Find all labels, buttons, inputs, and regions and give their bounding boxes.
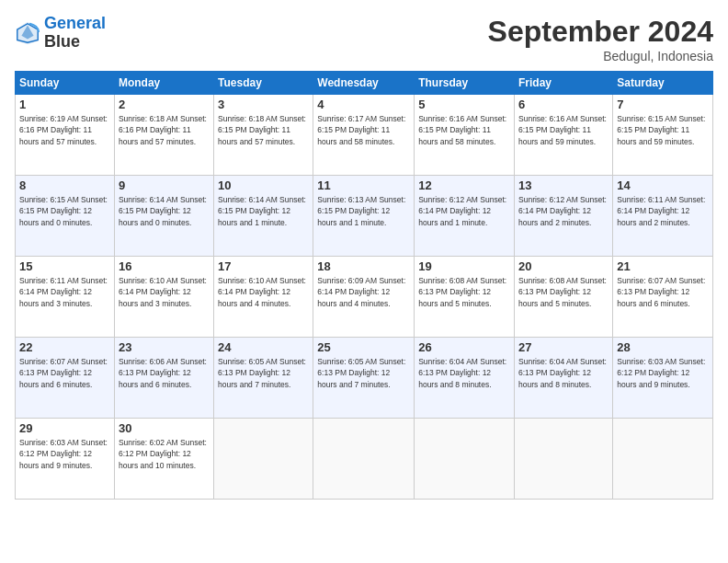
day-info: Sunrise: 6:02 AM Sunset: 6:12 PM Dayligh…: [119, 437, 210, 471]
calendar-week-3: 15Sunrise: 6:11 AM Sunset: 6:14 PM Dayli…: [16, 257, 713, 338]
day-number: 9: [119, 178, 210, 192]
calendar-cell: [515, 419, 613, 500]
logo-line1: General: [44, 14, 106, 32]
calendar-cell: 26Sunrise: 6:04 AM Sunset: 6:13 PM Dayli…: [415, 338, 515, 419]
day-info: Sunrise: 6:09 AM Sunset: 6:14 PM Dayligh…: [317, 275, 410, 309]
day-number: 13: [518, 178, 609, 192]
col-saturday: Saturday: [613, 72, 713, 95]
day-number: 2: [119, 98, 210, 111]
calendar-cell: 7Sunrise: 6:15 AM Sunset: 6:15 PM Daylig…: [613, 95, 713, 176]
day-info: Sunrise: 6:14 AM Sunset: 6:15 PM Dayligh…: [218, 194, 309, 228]
calendar-cell: 29Sunrise: 6:03 AM Sunset: 6:12 PM Dayli…: [16, 419, 115, 500]
day-number: 22: [19, 340, 110, 354]
calendar-cell: 18Sunrise: 6:09 AM Sunset: 6:14 PM Dayli…: [313, 257, 415, 338]
day-number: 28: [617, 340, 709, 354]
calendar-cell: 8Sunrise: 6:15 AM Sunset: 6:15 PM Daylig…: [16, 176, 115, 257]
calendar-cell: 27Sunrise: 6:04 AM Sunset: 6:13 PM Dayli…: [515, 338, 613, 419]
day-number: 17: [218, 259, 309, 273]
subtitle: Bedugul, Indonesia: [488, 49, 713, 63]
logo-text: General Blue: [44, 15, 106, 52]
day-number: 21: [617, 259, 709, 273]
day-info: Sunrise: 6:10 AM Sunset: 6:14 PM Dayligh…: [119, 275, 210, 309]
calendar-cell: 24Sunrise: 6:05 AM Sunset: 6:13 PM Dayli…: [214, 338, 313, 419]
day-number: 11: [317, 178, 410, 192]
day-info: Sunrise: 6:08 AM Sunset: 6:13 PM Dayligh…: [418, 275, 510, 309]
logo: General Blue: [15, 15, 106, 52]
calendar-cell: [415, 419, 515, 500]
day-info: Sunrise: 6:10 AM Sunset: 6:14 PM Dayligh…: [218, 275, 309, 309]
header: General Blue September 2024 Bedugul, Ind…: [15, 15, 713, 63]
day-info: Sunrise: 6:15 AM Sunset: 6:15 PM Dayligh…: [617, 113, 709, 147]
day-number: 18: [317, 259, 410, 273]
calendar-cell: 3Sunrise: 6:18 AM Sunset: 6:15 PM Daylig…: [214, 95, 313, 176]
day-number: 7: [617, 98, 709, 111]
day-number: 8: [19, 178, 110, 192]
day-number: 29: [19, 421, 110, 435]
month-title: September 2024: [488, 15, 713, 49]
day-number: 16: [119, 259, 210, 273]
day-number: 4: [317, 98, 410, 111]
day-number: 19: [418, 259, 510, 273]
calendar-cell: 23Sunrise: 6:06 AM Sunset: 6:13 PM Dayli…: [114, 338, 213, 419]
calendar-cell: 6Sunrise: 6:16 AM Sunset: 6:15 PM Daylig…: [515, 95, 613, 176]
day-info: Sunrise: 6:12 AM Sunset: 6:14 PM Dayligh…: [518, 194, 609, 228]
main-container: General Blue September 2024 Bedugul, Ind…: [0, 0, 728, 563]
calendar-cell: 16Sunrise: 6:10 AM Sunset: 6:14 PM Dayli…: [114, 257, 213, 338]
calendar-cell: 25Sunrise: 6:05 AM Sunset: 6:13 PM Dayli…: [313, 338, 415, 419]
day-info: Sunrise: 6:05 AM Sunset: 6:13 PM Dayligh…: [218, 356, 309, 390]
day-info: Sunrise: 6:06 AM Sunset: 6:13 PM Dayligh…: [119, 356, 210, 390]
day-info: Sunrise: 6:13 AM Sunset: 6:15 PM Dayligh…: [317, 194, 410, 228]
calendar-table: Sunday Monday Tuesday Wednesday Thursday…: [15, 71, 713, 500]
col-monday: Monday: [114, 72, 213, 95]
calendar-cell: 14Sunrise: 6:11 AM Sunset: 6:14 PM Dayli…: [613, 176, 713, 257]
day-info: Sunrise: 6:12 AM Sunset: 6:14 PM Dayligh…: [418, 194, 510, 228]
day-number: 30: [119, 421, 210, 435]
calendar-cell: 5Sunrise: 6:16 AM Sunset: 6:15 PM Daylig…: [415, 95, 515, 176]
header-row: Sunday Monday Tuesday Wednesday Thursday…: [16, 72, 713, 95]
col-tuesday: Tuesday: [214, 72, 313, 95]
calendar-cell: 21Sunrise: 6:07 AM Sunset: 6:13 PM Dayli…: [613, 257, 713, 338]
day-number: 27: [518, 340, 609, 354]
day-number: 10: [218, 178, 309, 192]
day-info: Sunrise: 6:03 AM Sunset: 6:12 PM Dayligh…: [19, 437, 110, 471]
day-info: Sunrise: 6:03 AM Sunset: 6:12 PM Dayligh…: [617, 356, 709, 390]
calendar-cell: 30Sunrise: 6:02 AM Sunset: 6:12 PM Dayli…: [114, 419, 213, 500]
calendar-cell: 12Sunrise: 6:12 AM Sunset: 6:14 PM Dayli…: [415, 176, 515, 257]
day-info: Sunrise: 6:04 AM Sunset: 6:13 PM Dayligh…: [418, 356, 510, 390]
day-info: Sunrise: 6:15 AM Sunset: 6:15 PM Dayligh…: [19, 194, 110, 228]
day-number: 26: [418, 340, 510, 354]
calendar-cell: 4Sunrise: 6:17 AM Sunset: 6:15 PM Daylig…: [313, 95, 415, 176]
day-number: 6: [518, 98, 609, 111]
day-number: 3: [218, 98, 309, 111]
day-info: Sunrise: 6:04 AM Sunset: 6:13 PM Dayligh…: [518, 356, 609, 390]
calendar-week-5: 29Sunrise: 6:03 AM Sunset: 6:12 PM Dayli…: [16, 419, 713, 500]
day-number: 24: [218, 340, 309, 354]
calendar-week-4: 22Sunrise: 6:07 AM Sunset: 6:13 PM Dayli…: [16, 338, 713, 419]
col-thursday: Thursday: [415, 72, 515, 95]
day-info: Sunrise: 6:11 AM Sunset: 6:14 PM Dayligh…: [19, 275, 110, 309]
day-info: Sunrise: 6:16 AM Sunset: 6:15 PM Dayligh…: [518, 113, 609, 147]
col-friday: Friday: [515, 72, 613, 95]
day-info: Sunrise: 6:05 AM Sunset: 6:13 PM Dayligh…: [317, 356, 410, 390]
calendar-cell: 1Sunrise: 6:19 AM Sunset: 6:16 PM Daylig…: [16, 95, 115, 176]
calendar-cell: 9Sunrise: 6:14 AM Sunset: 6:15 PM Daylig…: [114, 176, 213, 257]
day-number: 15: [19, 259, 110, 273]
title-area: September 2024 Bedugul, Indonesia: [488, 15, 713, 63]
day-info: Sunrise: 6:18 AM Sunset: 6:15 PM Dayligh…: [218, 113, 309, 147]
day-number: 12: [418, 178, 510, 192]
day-info: Sunrise: 6:11 AM Sunset: 6:14 PM Dayligh…: [617, 194, 709, 228]
calendar-cell: 19Sunrise: 6:08 AM Sunset: 6:13 PM Dayli…: [415, 257, 515, 338]
logo-icon: [15, 20, 40, 46]
logo-line2: Blue: [44, 33, 106, 52]
calendar-cell: 13Sunrise: 6:12 AM Sunset: 6:14 PM Dayli…: [515, 176, 613, 257]
day-info: Sunrise: 6:07 AM Sunset: 6:13 PM Dayligh…: [617, 275, 709, 309]
day-info: Sunrise: 6:17 AM Sunset: 6:15 PM Dayligh…: [317, 113, 410, 147]
calendar-cell: 15Sunrise: 6:11 AM Sunset: 6:14 PM Dayli…: [16, 257, 115, 338]
calendar-cell: 10Sunrise: 6:14 AM Sunset: 6:15 PM Dayli…: [214, 176, 313, 257]
calendar-cell: 28Sunrise: 6:03 AM Sunset: 6:12 PM Dayli…: [613, 338, 713, 419]
calendar-week-1: 1Sunrise: 6:19 AM Sunset: 6:16 PM Daylig…: [16, 95, 713, 176]
calendar-cell: 11Sunrise: 6:13 AM Sunset: 6:15 PM Dayli…: [313, 176, 415, 257]
day-number: 1: [19, 98, 110, 111]
calendar-cell: [313, 419, 415, 500]
day-info: Sunrise: 6:14 AM Sunset: 6:15 PM Dayligh…: [119, 194, 210, 228]
